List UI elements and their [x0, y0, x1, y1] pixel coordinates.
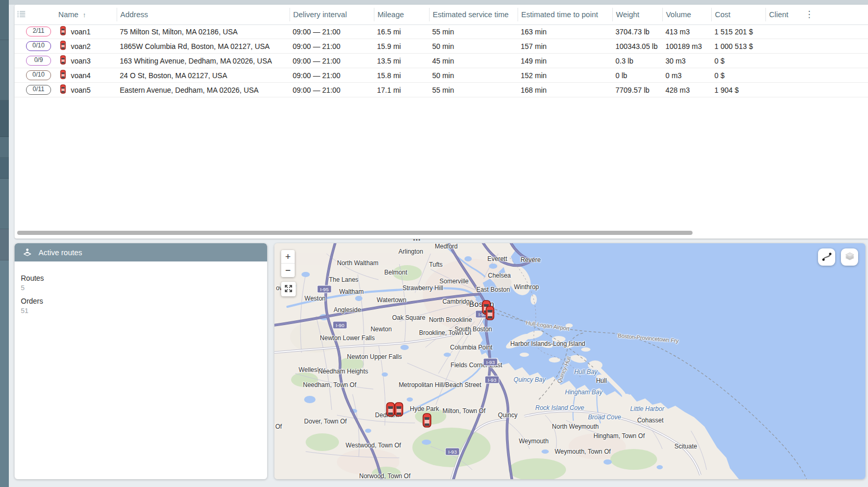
cost-cell: 0 $ [711, 68, 765, 82]
table-header-row: Name ↑ Address Delivery interval Mileage… [15, 5, 868, 24]
capacity-badge: 2/11 [26, 27, 51, 36]
column-header-volume[interactable]: Volume [662, 8, 711, 21]
left-sidebar-rail[interactable] [0, 0, 9, 487]
column-header-estimated-service-time[interactable]: Estimated service time [429, 8, 518, 21]
orders-value: 51 [21, 307, 267, 315]
routes-value: 5 [21, 284, 267, 292]
time-to-point-cell: 168 min [518, 83, 612, 97]
fullscreen-button[interactable] [281, 282, 296, 296]
route-path-button[interactable] [818, 248, 835, 266]
delivery-interval-cell: 09:00 — 21:00 [290, 54, 374, 68]
time-to-point-cell: 163 min [518, 24, 612, 39]
row-id-cell: 0/10 voan2 [15, 39, 117, 53]
active-routes-header[interactable]: Active routes [15, 243, 267, 261]
column-header-client[interactable]: Client [765, 8, 868, 21]
truck-icon [60, 26, 66, 37]
top-strip [9, 0, 868, 5]
delivery-interval-cell: 09:00 — 21:00 [290, 39, 374, 53]
truck-marker[interactable] [394, 402, 404, 417]
weight-cell: 0.3 lb [612, 54, 662, 68]
capacity-badge: 0/9 [26, 56, 51, 66]
truck-icon [60, 41, 66, 52]
weight-cell: 3704.73 lb [612, 24, 662, 39]
weight-cell: 0 lb [612, 68, 662, 82]
routes-label: Routes [21, 274, 267, 282]
active-routes-title: Active routes [39, 248, 82, 257]
weight-cell: 100343.05 lb [612, 39, 662, 53]
list-icon[interactable] [17, 10, 26, 19]
column-header-cost[interactable]: Cost [711, 8, 765, 21]
zoom-controls: + − [281, 250, 295, 277]
client-cell [765, 83, 868, 97]
row-id-cell: 0/9 voan3 [15, 54, 117, 68]
zoom-out-button[interactable]: − [281, 264, 295, 277]
service-time-cell: 50 min [429, 68, 518, 82]
sidebar-item[interactable] [0, 40, 9, 101]
service-time-cell: 45 min [429, 54, 518, 68]
delivery-interval-cell: 09:00 — 21:00 [290, 68, 374, 82]
map-toolbar [818, 248, 858, 266]
column-header-weight[interactable]: Weight [612, 8, 662, 21]
active-routes-panel: Active routes Routes 5 Orders 51 [15, 243, 267, 479]
column-header-estimated-time-to-point[interactable]: Estimated time to point [518, 8, 612, 21]
sidebar-item[interactable] [0, 179, 9, 229]
sidebar-item[interactable] [0, 229, 9, 260]
expand-icon [284, 284, 293, 293]
column-header-name[interactable]: Name [58, 10, 79, 19]
time-to-point-cell: 149 min [518, 54, 612, 68]
mileage-cell: 15.9 mi [374, 39, 429, 53]
layers-icon [844, 251, 856, 263]
zoom-in-button[interactable]: + [281, 250, 295, 264]
map[interactable]: MedfordArlingtonEverettRevereTuftsNorth … [274, 243, 865, 479]
delivery-interval-cell: 09:00 — 21:00 [290, 83, 374, 97]
cost-cell: 1 515 201 $ [711, 24, 765, 39]
sidebar-item[interactable] [0, 0, 9, 40]
service-time-cell: 55 min [429, 83, 518, 97]
volume-cell: 428 m3 [662, 83, 711, 97]
table-row[interactable]: 0/11 voan5Eastern Avenue, Dedham, MA 020… [15, 83, 868, 97]
time-to-point-cell: 157 min [518, 39, 612, 53]
routes-table-panel: Name ↑ Address Delivery interval Mileage… [15, 5, 868, 239]
column-header-delivery-interval[interactable]: Delivery interval [290, 8, 374, 21]
vehicle-name: voan4 [71, 71, 91, 80]
vehicle-name: voan5 [71, 86, 91, 94]
sidebar-item[interactable] [0, 137, 9, 158]
address-cell: 1865W Columbia Rd, Boston, MA 02127, USA [117, 39, 290, 53]
weight-cell: 7709.57 lb [612, 83, 662, 97]
mileage-cell: 13.5 mi [374, 54, 429, 68]
layers-button[interactable] [841, 248, 858, 266]
service-time-cell: 55 min [429, 24, 518, 39]
active-routes-body: Routes 5 Orders 51 [15, 261, 267, 315]
table-row[interactable]: 0/10 voan424 O St, Boston, MA 02127, USA… [15, 68, 868, 83]
cost-cell: 1 000 513 $ [711, 39, 765, 53]
sidebar-item[interactable] [0, 101, 9, 137]
table-row[interactable]: 0/9 voan3163 Whiting Avenue, Dedham, MA … [15, 54, 868, 68]
sidebar-item[interactable] [0, 158, 9, 179]
address-cell: 163 Whiting Avenue, Dedham, MA 02026, US… [117, 54, 290, 68]
truck-icon [60, 70, 66, 81]
panel-splitter-handle[interactable]: ••• [409, 237, 425, 243]
row-id-cell: 0/10 voan4 [15, 68, 117, 82]
address-cell: 75 Milton St, Milton, MA 02186, USA [117, 24, 290, 39]
mileage-cell: 16.5 mi [374, 24, 429, 39]
column-header-mileage[interactable]: Mileage [374, 8, 429, 21]
person-pin-icon [22, 247, 32, 257]
horizontal-scrollbar[interactable] [17, 231, 693, 235]
volume-cell: 413 m3 [662, 24, 711, 39]
column-header-address[interactable]: Address [117, 8, 290, 21]
vehicle-name: voan2 [71, 42, 91, 51]
route-curve-icon [821, 251, 833, 263]
table-row[interactable]: 2/11 voan175 Milton St, Milton, MA 02186… [15, 24, 868, 39]
volume-cell: 100189 m3 [662, 39, 711, 53]
capacity-badge: 0/10 [26, 41, 51, 51]
row-id-cell: 2/11 voan1 [15, 24, 117, 39]
header-name-cell[interactable]: Name ↑ [15, 8, 117, 21]
volume-cell: 0 m3 [662, 68, 711, 82]
truck-marker[interactable] [422, 413, 432, 428]
capacity-badge: 0/11 [26, 85, 51, 95]
sort-ascending-icon[interactable]: ↑ [83, 11, 86, 19]
truck-marker[interactable] [485, 306, 495, 320]
table-row[interactable]: 0/10 voan21865W Columbia Rd, Boston, MA … [15, 39, 868, 54]
sidebar-item[interactable] [0, 260, 9, 487]
column-menu-icon[interactable]: ⋮ [804, 8, 814, 21]
